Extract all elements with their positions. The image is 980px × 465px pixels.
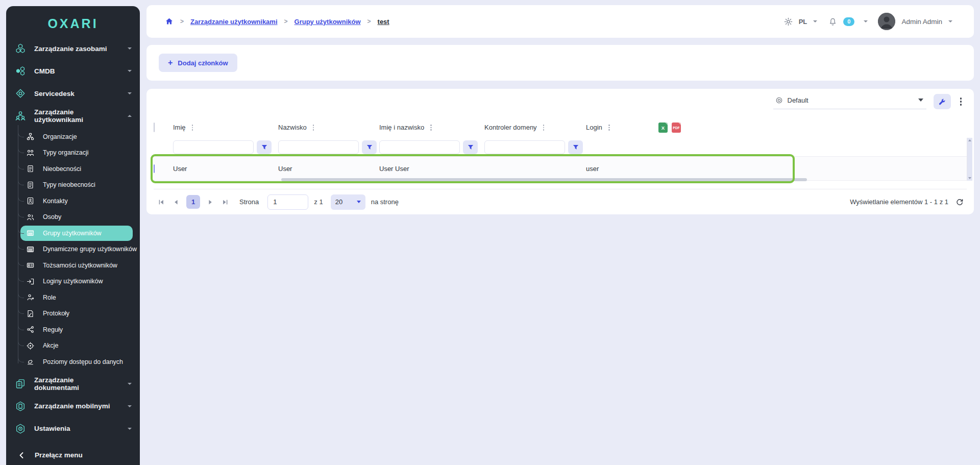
filter-button-imie-i-nazwisko[interactable] (463, 140, 478, 154)
avatar[interactable] (878, 13, 895, 30)
export-excel-icon[interactable]: X (658, 123, 668, 133)
breadcrumb-separator: > (284, 18, 288, 25)
column-header-kontroler-domeny[interactable]: Kontroler domeny (484, 124, 537, 131)
sidebar-item-organizacje[interactable]: Organizacje (6, 129, 140, 145)
row-checkbox[interactable] (154, 164, 155, 173)
filter-input-kontroler-domeny[interactable] (484, 140, 565, 154)
scroll-up-arrow-icon[interactable] (968, 139, 971, 141)
sidebar-item-dynamiczne-grupy[interactable]: Dynamiczne grupy użytkowników (6, 241, 140, 258)
sidebar-item-reguly[interactable]: Reguły (6, 322, 140, 338)
chevron-down-icon[interactable] (948, 20, 952, 22)
sidebar-item-zarzadzanie-zasobami[interactable]: Zarządzanie zasobami (6, 37, 140, 60)
sidebar-item-label: CMDB (34, 67, 55, 75)
column-header-nazwisko[interactable]: Nazwisko (278, 124, 307, 131)
target-icon (27, 342, 34, 350)
sidebar-item-nieobecnosci[interactable]: Nieobecności (6, 161, 140, 177)
horizontal-scrollbar-thumb[interactable] (281, 178, 807, 181)
refresh-icon[interactable] (955, 198, 964, 206)
filter-button-nazwisko[interactable] (362, 140, 377, 154)
sidebar-item-zarzadzanie-mobilnymi[interactable]: Zarządzanie mobilnymi (6, 395, 140, 418)
filter-input-nazwisko[interactable] (278, 140, 359, 154)
sidebar-item-zarzadzanie-dokumentami[interactable]: Zarządzanie dokumentami (6, 373, 140, 395)
last-page-button[interactable] (220, 198, 230, 207)
sidebar-item-servicedesk[interactable]: Servicedesk (6, 82, 140, 105)
view-selected-value: Default (788, 96, 808, 104)
sidebar-item-label: Ustawienia (34, 425, 70, 432)
current-page-button[interactable]: 1 (186, 195, 200, 209)
view-icon (775, 96, 783, 104)
user-name[interactable]: Admin Admin (901, 18, 942, 26)
filter-button-kontroler-domeny[interactable] (568, 140, 583, 154)
previous-page-button[interactable] (172, 198, 181, 207)
sidebar-item-label: Servicedesk (34, 90, 75, 97)
home-icon[interactable] (165, 17, 174, 26)
chevron-down-icon[interactable] (813, 20, 817, 22)
header-actions: PL 0 Admin Admin (784, 13, 952, 30)
add-members-button[interactable]: + Dodaj członków (159, 54, 237, 72)
sidebar-item-grupy-uzytkownikow[interactable]: Grupy użytkowników (20, 226, 133, 241)
cell-imie-i-nazwisko: User User (379, 165, 484, 173)
view-selector[interactable]: Default (773, 94, 926, 109)
app-logo: OXARI (6, 6, 140, 37)
chevron-down-icon (918, 99, 923, 102)
column-menu-kebab[interactable] (607, 123, 611, 132)
sidebar-item-typy-organizacji[interactable]: Typy organizacji (6, 145, 140, 161)
filter-input-imie-i-nazwisko[interactable] (379, 140, 460, 154)
sidebar-item-role[interactable]: Role (6, 289, 140, 306)
sidebar-item-osoby[interactable]: Osoby (6, 209, 140, 226)
sidebar-item-loginy[interactable]: Loginy użytkowników (6, 274, 140, 290)
table-row[interactable]: User User User User user (154, 156, 967, 181)
collapse-menu-button[interactable]: Przełącz menu (6, 444, 140, 465)
org-types-icon (27, 149, 34, 157)
grid-body: User User User User user (154, 156, 967, 181)
column-menu-kebab[interactable] (542, 123, 546, 132)
first-page-button[interactable] (157, 198, 166, 207)
sidebar-item-tozsamosci[interactable]: Tożsamości użytkowników (6, 257, 140, 274)
breadcrumb-current[interactable]: test (378, 18, 389, 26)
vertical-scrollbar[interactable] (967, 138, 972, 181)
pagination-bar: 1 Strona z 1 20 na stronę Wyświetlanie e… (154, 189, 967, 214)
grid-filter-row (154, 138, 967, 156)
breadcrumb-link-groups[interactable]: Grupy użytkowników (295, 18, 361, 26)
sidebar-item-protokoly[interactable]: Protokoły (6, 306, 140, 322)
user-management-submenu: Organizacje Typy organizacji Nieobecn (6, 127, 140, 373)
sidebar-item-label: Typy nieobecności (43, 181, 95, 188)
page-number-input[interactable] (267, 194, 308, 210)
export-pdf-icon[interactable]: PDF (672, 123, 681, 133)
gear-icon[interactable] (784, 17, 793, 26)
sidebar-item-label: Typy organizacji (43, 149, 89, 156)
sidebar-item-cmdb[interactable]: CMDB (6, 60, 140, 82)
breadcrumb-link-users[interactable]: Zarządzanie użytkownikami (190, 18, 278, 26)
notification-badge[interactable]: 0 (843, 17, 854, 26)
document-lines-icon (27, 165, 34, 173)
sidebar-item-label: Role (43, 294, 56, 301)
grid-settings-wrench-button[interactable] (934, 94, 951, 109)
filter-input-imie[interactable] (173, 140, 254, 154)
next-page-button[interactable] (206, 198, 215, 207)
page-label: Strona (239, 198, 259, 206)
select-all-checkbox[interactable] (154, 123, 155, 132)
column-header-imie-i-nazwisko[interactable]: Imię i nazwisko (379, 124, 424, 131)
sidebar-item-ustawienia[interactable]: Ustawienia (6, 418, 140, 440)
filter-button-imie[interactable] (257, 140, 272, 154)
column-header-imie[interactable]: Imię (173, 124, 186, 131)
user-management-icon (15, 110, 26, 121)
bell-icon[interactable] (828, 17, 837, 26)
column-menu-kebab[interactable] (429, 123, 433, 132)
sidebar-item-poziomy-dostepu[interactable]: Poziomy dostępu do danych (6, 354, 140, 370)
column-header-login[interactable]: Login (586, 124, 602, 131)
sidebar-item-zarzadzanie-uzytkownikami[interactable]: Zarządzanie użytkownikami (6, 105, 140, 127)
user-group-icon (27, 229, 34, 237)
sidebar-item-akcje[interactable]: Akcje (6, 338, 140, 354)
sidebar-item-kontakty[interactable]: Kontakty (6, 193, 140, 209)
chevron-down-icon (128, 383, 132, 385)
column-menu-kebab[interactable] (311, 123, 316, 132)
grid-menu-kebab[interactable] (958, 95, 964, 108)
cmdb-icon (15, 65, 26, 77)
page-size-select[interactable]: 20 (331, 194, 365, 210)
language-selector[interactable]: PL (799, 18, 807, 26)
column-menu-kebab[interactable] (190, 123, 195, 132)
chevron-down-icon[interactable] (864, 20, 868, 22)
sidebar-item-typy-nieobecnosci[interactable]: Typy nieobecności (6, 177, 140, 193)
scroll-down-arrow-icon[interactable] (968, 177, 971, 179)
